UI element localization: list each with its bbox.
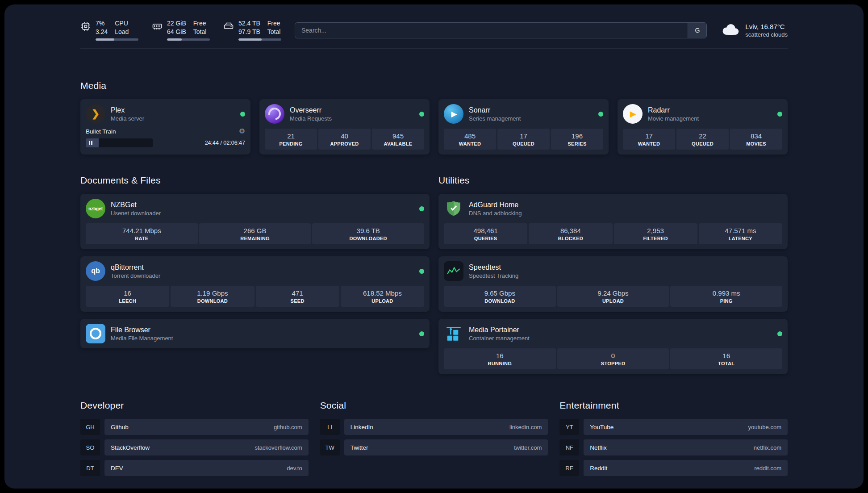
top-bar: 7% 3.24 CPU Load xyxy=(80,4,788,41)
memory-progress-bar xyxy=(167,38,210,41)
memory-total-label: Total xyxy=(193,28,207,35)
overseerr-icon xyxy=(265,104,284,124)
bookmark-abbr: LI xyxy=(320,419,340,435)
status-dot xyxy=(777,331,782,336)
app-subtitle: Media File Management xyxy=(111,335,173,342)
app-subtitle: Series management xyxy=(469,115,521,122)
app-card-overseerr[interactable]: Overseerr Media Requests 21PENDING 40APP… xyxy=(259,99,430,155)
status-dot xyxy=(777,112,782,117)
bookmark-dev[interactable]: DT DEVdev.to xyxy=(80,460,309,476)
header-divider xyxy=(80,49,788,49)
filebrowser-icon xyxy=(86,324,105,343)
app-name: AdGuard Home xyxy=(469,201,522,209)
section-media: Media ❯ Plex Media server Bullet Train xyxy=(80,80,788,155)
app-card-radarr[interactable]: ▶ Radarr Movie management 17WANTED 22QUE… xyxy=(618,99,788,155)
stat-box: 21PENDING xyxy=(265,129,317,150)
app-name: Media Portainer xyxy=(469,326,530,334)
app-subtitle: Torrent downloader xyxy=(111,272,160,280)
bookmark-url: twitter.com xyxy=(514,444,542,451)
adguard-icon xyxy=(444,199,463,218)
app-card-nzbget[interactable]: nzbget NZBGet Usenet downloader 744.21 M… xyxy=(80,194,430,249)
bookmark-stackoverflow[interactable]: SO StackOverflowstackoverflow.com xyxy=(80,439,309,455)
app-card-qbittorrent[interactable]: qb qBittorrent Torrent downloader 16LEEC… xyxy=(80,256,430,312)
bookmark-youtube[interactable]: YT YouTubeyoutube.com xyxy=(559,419,788,435)
bookmark-abbr: RE xyxy=(559,460,579,476)
app-card-adguard[interactable]: AdGuard Home DNS and adblocking 498,461Q… xyxy=(438,194,788,249)
bookmark-name: DEV xyxy=(111,465,123,472)
playback-progress-fill xyxy=(86,138,99,147)
stat-box: 16RUNNING xyxy=(444,348,556,369)
app-card-filebrowser[interactable]: File Browser Media File Management xyxy=(80,319,430,348)
cpu-progress-fill xyxy=(96,38,114,41)
bookmark-group-title: Social xyxy=(320,400,548,411)
plex-icon: ❯ xyxy=(86,104,105,124)
bookmark-reddit[interactable]: RE Redditreddit.com xyxy=(559,460,788,476)
memory-progress-fill xyxy=(167,38,182,41)
app-card-speedtest[interactable]: Speedtest Speedtest Tracking 9.65 GbpsDO… xyxy=(438,256,788,312)
disk-progress-bar xyxy=(238,38,281,41)
stat-box: 1.19 GbpsDOWNLOAD xyxy=(171,286,254,307)
bookmark-linkedin[interactable]: LI LinkedInlinkedin.com xyxy=(320,419,548,435)
bookmark-group-title: Entertainment xyxy=(559,400,788,411)
bookmark-url: netflix.com xyxy=(754,444,781,451)
bookmark-twitter[interactable]: TW Twittertwitter.com xyxy=(320,439,548,455)
qbittorrent-icon: qb xyxy=(86,261,105,281)
disk-usage-widget: 52.4 TB 97.9 TB Free Total xyxy=(223,20,281,41)
status-dot xyxy=(240,112,245,117)
app-card-sonarr[interactable]: ▶ Sonarr Series management 485WANTED 17Q… xyxy=(438,99,609,155)
bookmark-name: Reddit xyxy=(590,465,607,472)
status-dot xyxy=(419,112,424,117)
bookmark-abbr: GH xyxy=(80,419,100,435)
app-card-plex[interactable]: ❯ Plex Media server Bullet Train ⚙ xyxy=(80,99,250,155)
search-input[interactable] xyxy=(295,22,707,38)
bookmark-group-entertainment: Entertainment YT YouTubeyoutube.com NF N… xyxy=(559,400,788,476)
stat-box: 0.993 msPING xyxy=(670,286,782,307)
app-card-portainer[interactable]: Media Portainer Container management 16R… xyxy=(438,319,788,374)
stat-box: 0STOPPED xyxy=(557,348,669,369)
app-name: Radarr xyxy=(648,106,699,114)
cpu-usage-widget: 7% 3.24 CPU Load xyxy=(80,20,138,41)
stat-box: 17WANTED xyxy=(623,129,675,150)
status-dot xyxy=(419,269,424,274)
search-engine-button[interactable]: G xyxy=(688,23,706,38)
cpu-load-value: 3.24 xyxy=(96,28,108,35)
stat-box: 17QUEUED xyxy=(497,129,550,150)
stat-box: 39.6 TBDOWNLOADED xyxy=(312,223,424,244)
stat-box: 266 GBREMAINING xyxy=(199,223,311,244)
stat-box: 9.65 GbpsDOWNLOAD xyxy=(444,286,556,307)
pause-icon[interactable] xyxy=(89,141,92,145)
memory-free-label: Free xyxy=(193,20,207,27)
radarr-icon: ▶ xyxy=(623,104,643,124)
sonarr-icon: ▶ xyxy=(444,104,463,124)
stat-box: 618.52 MbpsUPLOAD xyxy=(341,286,424,307)
now-playing-title: Bullet Train xyxy=(86,128,116,135)
section-title-utilities: Utilities xyxy=(438,175,788,186)
dashboard: 7% 3.24 CPU Load xyxy=(4,4,864,489)
bookmark-github[interactable]: GH Githubgithub.com xyxy=(80,419,309,435)
cpu-progress-bar xyxy=(96,38,138,41)
disk-total-label: Total xyxy=(267,28,281,35)
stat-box: 834MOVIES xyxy=(730,129,782,150)
playback-progress-bar[interactable] xyxy=(86,138,153,147)
disk-free-value: 52.4 TB xyxy=(238,20,260,27)
memory-free-value: 22 GiB xyxy=(167,20,186,27)
app-subtitle: Usenet downloader xyxy=(111,210,161,217)
bookmark-group-developer: Developer GH Githubgithub.com SO StackOv… xyxy=(80,400,309,476)
disk-total-value: 97.9 TB xyxy=(238,28,260,35)
cpu-label: CPU xyxy=(115,20,129,27)
bookmark-abbr: SO xyxy=(80,439,100,455)
bookmark-url: github.com xyxy=(274,424,302,430)
stat-box: 498,461QUERIES xyxy=(444,223,527,244)
bookmark-netflix[interactable]: NF Netflixnetflix.com xyxy=(559,439,788,455)
app-name: Overseerr xyxy=(290,106,332,114)
weather-location: Lviv, 16.87°C xyxy=(745,23,788,30)
disk-icon xyxy=(223,21,234,32)
stat-box: 2,953FILTERED xyxy=(614,223,697,244)
stat-box: 485WANTED xyxy=(444,129,496,150)
app-name: File Browser xyxy=(111,326,173,334)
gear-icon[interactable]: ⚙ xyxy=(239,128,245,135)
bookmark-abbr: NF xyxy=(559,439,579,455)
nzbget-icon: nzbget xyxy=(86,199,105,218)
section-title-media: Media xyxy=(80,80,788,91)
search-bar: G xyxy=(295,22,707,38)
